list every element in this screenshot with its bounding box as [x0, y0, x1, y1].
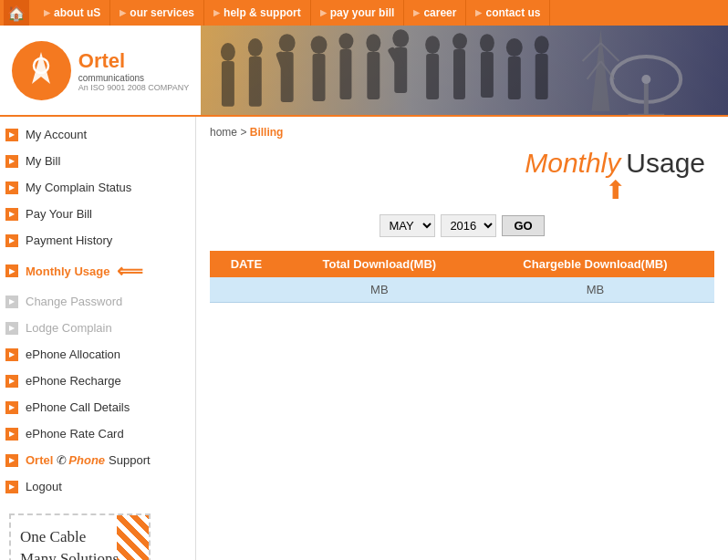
svg-rect-20 — [426, 54, 439, 99]
svg-rect-24 — [481, 52, 494, 98]
sidebar-arrow-icon: ▶ — [5, 129, 18, 141]
home-icon[interactable]: 🏠 — [4, 0, 29, 26]
svg-rect-26 — [508, 57, 521, 99]
sidebar-arrow-icon: ▶ — [5, 481, 18, 493]
sidebar-item-monthly-usage[interactable]: ▶ Monthly Usage ⟸ — [0, 254, 195, 288]
sidebar-label-ephone-rate-card: ePhone Rate Card — [26, 427, 124, 441]
logo-text: Ortel communications An ISO 9001 2008 CO… — [78, 49, 189, 92]
nav-career[interactable]: career — [404, 0, 466, 26]
sidebar-item-lodge-complain[interactable]: ▶ Lodge Complain — [0, 315, 195, 341]
promo-banner: One Cable Many Solutions — [9, 513, 151, 560]
svg-rect-22 — [453, 49, 465, 99]
sidebar-label-pay-bill: Pay Your Bill — [26, 207, 92, 221]
nav-about-us[interactable]: about uS — [35, 0, 110, 26]
sidebar-item-my-bill[interactable]: ▶ My Bill — [0, 148, 195, 174]
sidebar-item-ephone-recharge[interactable]: ▶ ePhone Recharge — [0, 368, 195, 394]
ephone-italic: Phone — [68, 453, 105, 467]
table-cell-total-mb: MB — [283, 277, 476, 303]
banner-image — [201, 26, 728, 115]
arrow-indicator-icon: ⟸ — [117, 260, 143, 282]
sidebar-item-complain-status[interactable]: ▶ My Complain Status — [0, 174, 195, 201]
breadcrumb: home > Billing — [210, 126, 714, 139]
svg-point-5 — [248, 38, 263, 57]
sidebar-arrow-icon: ▶ — [5, 181, 18, 194]
sidebar-item-payment-history[interactable]: ▶ Payment History — [0, 227, 195, 254]
content-area: home > Billing Monthly Usage ⬆ JANFEBMAR… — [196, 117, 728, 560]
month-select[interactable]: JANFEBMARAPR MAYJUNJULAUG SEPOCTNOVDEC — [380, 214, 435, 237]
top-navigation: 🏠 about uS our services help & support p… — [0, 0, 728, 26]
sidebar-item-ephone-call-details[interactable]: ▶ ePhone Call Details — [0, 394, 195, 420]
nav-pay-your-bill[interactable]: pay your bill — [311, 0, 405, 26]
sidebar-label-monthly-usage: Monthly Usage — [26, 264, 109, 278]
svg-rect-11 — [313, 54, 326, 101]
sidebar-arrow-icon: ▶ — [5, 264, 18, 277]
sidebar-item-my-account[interactable]: ▶ My Account — [0, 121, 195, 148]
table-cell-date — [210, 277, 283, 303]
filter-row: JANFEBMARAPR MAYJUNJULAUG SEPOCTNOVDEC 2… — [210, 214, 714, 237]
table-cell-chargeable-mb: MB — [476, 277, 714, 303]
page-title-area: Monthly Usage ⬆ — [210, 148, 714, 201]
sidebar-label-change-password: Change Password — [26, 295, 122, 308]
nav-our-services[interactable]: our services — [110, 0, 204, 26]
page-title-usage: Usage — [626, 148, 705, 179]
sidebar-arrow-icon: ▶ — [5, 428, 18, 441]
header-banner: Ortel communications An ISO 9001 2008 CO… — [0, 26, 728, 117]
sidebar-item-pay-bill[interactable]: ▶ Pay Your Bill — [0, 201, 195, 227]
sidebar-label-my-account: My Account — [26, 128, 87, 141]
svg-rect-6 — [249, 57, 262, 107]
svg-point-27 — [535, 36, 549, 54]
sidebar: ▶ My Account ▶ My Bill ▶ My Complain Sta… — [0, 117, 196, 560]
sidebar-item-ephone-support[interactable]: ▶ Ortel ✆ Phone Support — [0, 447, 195, 473]
ephone-brand-label: Ortel — [26, 453, 53, 467]
go-button[interactable]: GO — [502, 215, 544, 236]
svg-point-21 — [452, 33, 467, 49]
sidebar-label-my-bill: My Bill — [26, 154, 60, 168]
sidebar-label-logout: Logout — [26, 480, 62, 493]
svg-point-7 — [279, 34, 296, 52]
sidebar-arrow-icon: ▶ — [5, 155, 18, 168]
sidebar-item-logout[interactable]: ▶ Logout — [0, 473, 195, 500]
sidebar-arrow-icon: ▶ — [5, 296, 18, 308]
svg-point-32 — [641, 75, 650, 84]
page-title-monthly: Monthly — [525, 148, 620, 179]
logo-iso: An ISO 9001 2008 COMPANY — [78, 83, 189, 92]
sidebar-item-change-password[interactable]: ▶ Change Password — [0, 288, 195, 315]
main-container: ▶ My Account ▶ My Bill ▶ My Complain Sta… — [0, 117, 728, 560]
breadcrumb-home[interactable]: home — [210, 126, 237, 139]
svg-point-10 — [311, 36, 328, 54]
logo-tagline: communications — [78, 73, 189, 83]
nav-help-support[interactable]: help & support — [204, 0, 311, 26]
svg-point-23 — [480, 34, 494, 52]
usage-table: DATE Total Download(MB) Chargeble Downlo… — [210, 251, 714, 303]
nav-contact-us[interactable]: contact us — [466, 0, 550, 26]
sidebar-label-complain-status: My Complain Status — [26, 181, 131, 194]
sidebar-label-ephone-allocation: ePhone Allocation — [26, 347, 120, 361]
sidebar-label-payment-history: Payment History — [26, 233, 112, 247]
svg-rect-4 — [222, 61, 234, 107]
svg-point-25 — [506, 38, 523, 57]
promo-text: One Cable Many Solutions — [11, 517, 128, 560]
table-header-chargeable-download: Chargeble Download(MB) — [476, 251, 714, 277]
sidebar-label-ephone-call-details: ePhone Call Details — [26, 400, 130, 414]
year-select[interactable]: 2014201520162017 — [441, 214, 496, 237]
logo-area: Ortel communications An ISO 9001 2008 CO… — [0, 26, 201, 115]
sidebar-arrow-icon: ▶ — [5, 375, 18, 388]
ephone-phone-icon: ✆ — [57, 453, 67, 467]
sidebar-arrow-icon: ▶ — [5, 454, 18, 467]
svg-rect-13 — [339, 49, 351, 99]
table-header-date: DATE — [210, 251, 283, 277]
sidebar-item-ephone-allocation[interactable]: ▶ ePhone Allocation — [0, 341, 195, 368]
breadcrumb-current: Billing — [250, 126, 284, 139]
svg-point-16 — [392, 29, 409, 47]
sidebar-label-lodge-complain: Lodge Complain — [26, 321, 112, 335]
promo-line2: Many Solutions — [20, 548, 119, 561]
svg-point-14 — [366, 34, 380, 52]
sidebar-arrow-icon: ▶ — [5, 322, 18, 335]
svg-point-19 — [425, 36, 440, 54]
sidebar-item-ephone-rate-card[interactable]: ▶ ePhone Rate Card — [0, 420, 195, 447]
table-row: MB MB — [210, 277, 714, 303]
sidebar-arrow-icon: ▶ — [5, 208, 18, 221]
sidebar-arrow-icon: ▶ — [5, 234, 18, 247]
ephone-support-label: Support — [109, 453, 151, 467]
logo-circle — [12, 41, 71, 100]
